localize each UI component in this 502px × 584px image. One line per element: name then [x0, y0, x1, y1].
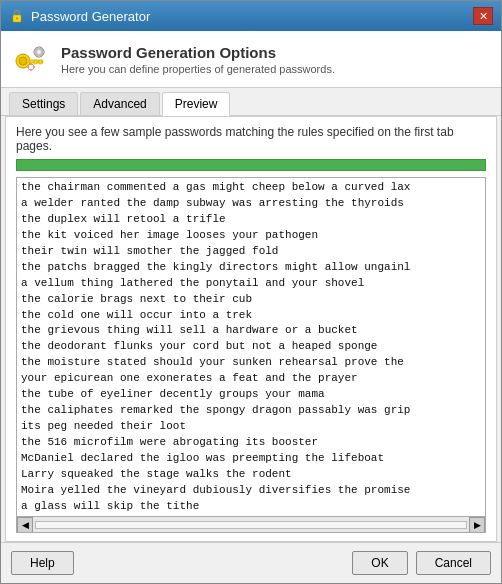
svg-rect-11 [33, 51, 36, 53]
window-title: Password Generator [31, 9, 150, 24]
header-icon [11, 39, 51, 79]
scroll-left-button[interactable]: ◀ [17, 517, 33, 533]
password-item: the kit voiced her image looses your pat… [21, 228, 481, 244]
svg-rect-12 [42, 51, 45, 53]
content-area: Here you see a few sample passwords matc… [5, 116, 497, 542]
cancel-button[interactable]: Cancel [416, 551, 491, 575]
svg-point-8 [37, 50, 41, 54]
help-button[interactable]: Help [11, 551, 74, 575]
password-item: the deodorant flunks your cord but not a… [21, 339, 481, 355]
password-item: the duplex will retool a trifle [21, 212, 481, 228]
tabs: Settings Advanced Preview [1, 88, 501, 116]
svg-rect-6 [34, 60, 37, 64]
scroll-track[interactable] [35, 521, 467, 529]
tab-advanced[interactable]: Advanced [80, 92, 159, 115]
password-item: Moira yelled the vineyard dubiously dive… [21, 483, 481, 499]
svg-rect-9 [38, 46, 40, 49]
password-item: the calorie brags next to their cub [21, 292, 481, 308]
svg-rect-5 [39, 60, 42, 64]
password-item: the tube of eyeliner decently groups you… [21, 387, 481, 403]
password-item: their twin will smother the jagged fold [21, 244, 481, 260]
password-item: the caliphates remarked the spongy drago… [21, 403, 481, 419]
horizontal-scrollbar: ◀ ▶ [17, 516, 485, 532]
ok-button[interactable]: OK [352, 551, 407, 575]
svg-point-3 [19, 57, 27, 65]
lock-icon [9, 8, 25, 24]
password-item: its peg needed their loot [21, 419, 481, 435]
password-item: your epicurean one exonerates a feat and… [21, 371, 481, 387]
footer: Help OK Cancel [1, 542, 501, 583]
password-item: the patchs bragged the kingly directors … [21, 260, 481, 276]
header-title: Password Generation Options [61, 44, 335, 61]
header-section: Password Generation Options Here you can… [1, 31, 501, 88]
password-item: a glass will skip the tithe [21, 499, 481, 512]
tab-preview[interactable]: Preview [162, 92, 231, 116]
close-button[interactable]: ✕ [473, 7, 493, 25]
password-item: the chairman commented a gas might cheep… [21, 180, 481, 196]
window: Password Generator ✕ [0, 0, 502, 584]
header-subtitle: Here you can define properties of genera… [61, 63, 335, 75]
password-item: a welder ranted the damp subway was arre… [21, 196, 481, 212]
title-bar-left: Password Generator [9, 8, 150, 24]
password-item: the 516 microfilm were abrogating its bo… [21, 435, 481, 451]
progress-bar [16, 159, 486, 171]
password-list-wrapper: the chairman commented a gas might cheep… [16, 177, 486, 533]
password-item: the moisture stated should your sunken r… [21, 355, 481, 371]
password-list[interactable]: the chairman commented a gas might cheep… [17, 178, 485, 512]
password-item: the grievous thing will sell a hardware … [21, 323, 481, 339]
scroll-right-button[interactable]: ▶ [469, 517, 485, 533]
title-bar: Password Generator ✕ [1, 1, 501, 31]
password-item: McDaniel declared the igloo was preempti… [21, 451, 481, 467]
password-item: the cold one will occur into a trek [21, 308, 481, 324]
header-text: Password Generation Options Here you can… [61, 44, 335, 75]
description-text: Here you see a few sample passwords matc… [16, 125, 486, 153]
tab-settings[interactable]: Settings [9, 92, 78, 115]
password-item: Larry squeaked the stage walks the roden… [21, 467, 481, 483]
password-item: a vellum thing lathered the ponytail and… [21, 276, 481, 292]
svg-rect-10 [38, 55, 40, 58]
svg-point-1 [16, 18, 18, 20]
